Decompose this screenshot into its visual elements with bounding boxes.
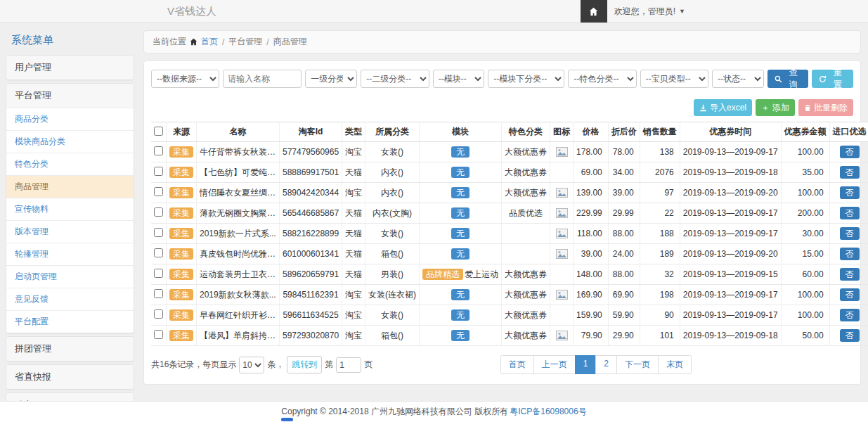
import-select-button[interactable]: 否: [840, 268, 860, 281]
filter-select-item-type[interactable]: --宝贝类型--: [640, 70, 708, 88]
product-name: 早春网红针织开衫女春...: [197, 305, 280, 326]
row-checkbox[interactable]: [154, 167, 163, 176]
filter-select-data-source[interactable]: --数据来源--: [151, 70, 219, 88]
sidebar-item-省直快报[interactable]: 省直快报: [6, 365, 134, 389]
row-checkbox[interactable]: [154, 289, 163, 298]
coupon-amount: 35.00: [781, 162, 829, 183]
product-type: 淘宝: [342, 183, 365, 203]
column-header-图标: 图标: [550, 122, 574, 142]
row-checkbox[interactable]: [154, 248, 163, 257]
home-icon[interactable]: [581, 0, 607, 23]
sidebar-subitem-平台配置[interactable]: 平台配置: [6, 310, 134, 333]
select-all-checkbox[interactable]: [154, 127, 163, 136]
scrollbar-thumb[interactable]: [281, 418, 293, 421]
import-select-button[interactable]: 否: [840, 186, 860, 199]
page-jump-input[interactable]: [336, 357, 361, 373]
content-panel: --数据来源--一级分类--二级分类----模块----模块下分类----特色分…: [143, 60, 861, 385]
batch-delete-button[interactable]: 批量删除: [798, 99, 853, 116]
row-checkbox[interactable]: [154, 146, 163, 155]
query-button[interactable]: 查询: [767, 70, 809, 88]
sidebar-subitem-模块商品分类[interactable]: 模块商品分类: [6, 130, 134, 153]
sidebar-item-用户管理[interactable]: 用户管理: [6, 56, 134, 79]
sidebar-subitem-商品管理[interactable]: 商品管理: [6, 175, 134, 198]
breadcrumb-item: 平台管理: [228, 36, 262, 48]
page-button-1[interactable]: 1: [575, 355, 597, 374]
import-select-button[interactable]: 否: [840, 309, 860, 321]
column-header-进口优选: 进口优选: [829, 122, 868, 142]
product-category: 箱包(): [365, 326, 420, 346]
module-none-badge: 无: [451, 248, 469, 260]
sidebar-subitem-版本管理[interactable]: 版本管理: [6, 220, 134, 243]
reset-button[interactable]: 重置: [812, 70, 853, 88]
filter-select-feature-category[interactable]: --特色分类--: [568, 70, 636, 88]
sidebar-subitem-轮播管理[interactable]: 轮播管理: [6, 243, 134, 265]
welcome-text: 欢迎您，管理员!: [614, 6, 675, 18]
plus-icon: ＋: [761, 102, 770, 114]
sidebar-item-拼团管理[interactable]: 拼团管理: [6, 337, 134, 361]
add-button[interactable]: ＋ 添加: [756, 99, 795, 116]
row-checkbox[interactable]: [154, 228, 163, 237]
page-button-末页[interactable]: 末页: [658, 355, 692, 374]
import-select-button[interactable]: 否: [840, 146, 860, 158]
filter-select-second-category[interactable]: --二级分类--: [361, 70, 429, 88]
table-header-row: 来源名称淘客Id类型所属分类模块特色分类图标价格折后价销售数量优惠券时间优惠券金…: [151, 122, 868, 142]
footer: Copyright © 2014-2018 广州九驰网络科技有限公司 版权所有 …: [0, 401, 868, 422]
taoke-id: 596611634525: [280, 305, 342, 326]
product-thumb-icon: [556, 208, 568, 218]
import-excel-button[interactable]: 导入excel: [694, 99, 752, 116]
import-select-button[interactable]: 否: [840, 207, 860, 219]
row-checkbox[interactable]: [154, 269, 163, 278]
coupon-time: 2019-09-13—2019-09-17: [680, 305, 781, 326]
user-menu[interactable]: 欢迎您，管理员! ▼: [607, 6, 692, 18]
row-checkbox[interactable]: [154, 187, 163, 196]
module-none-badge: 无: [451, 146, 469, 158]
page-button-上一页[interactable]: 上一页: [533, 355, 576, 374]
sidebar-subitem-商品分类[interactable]: 商品分类: [6, 108, 134, 130]
filter-select-status[interactable]: --状态--: [712, 70, 764, 88]
import-select-button[interactable]: 否: [840, 227, 860, 240]
product-category: 女装(): [365, 142, 420, 162]
sidebar-subitem-宣传物料[interactable]: 宣传物料: [6, 198, 134, 220]
sidebar-subitem-启动页管理[interactable]: 启动页管理: [6, 265, 134, 288]
coupon-time: 2019-09-13—2019-09-20: [680, 183, 781, 203]
import-select-button[interactable]: 否: [840, 329, 860, 342]
import-icon: [699, 104, 707, 112]
topbar-right: 欢迎您，管理员! ▼: [581, 0, 692, 23]
product-name: 【七色纺】可爱纯棉家...: [197, 162, 280, 183]
product-type: 淘宝: [342, 285, 365, 305]
import-select-button[interactable]: 否: [840, 248, 860, 260]
page-button-首页[interactable]: 首页: [500, 355, 534, 374]
filter-select-module[interactable]: --模块--: [433, 70, 485, 88]
product-thumb-icon: [556, 290, 568, 300]
main-layout: 系统菜单 用户管理平台管理商品分类模块商品分类特色分类商品管理宣传物料版本管理轮…: [0, 23, 868, 401]
sidebar-subitem-意见反馈[interactable]: 意见反馈: [6, 288, 134, 310]
row-checkbox[interactable]: [154, 330, 163, 339]
icp-link[interactable]: 粤ICP备16098006号: [510, 406, 586, 418]
sidebar-item-平台管理[interactable]: 平台管理: [6, 84, 134, 108]
module-cell: 无: [420, 285, 502, 305]
page-button-下一页[interactable]: 下一页: [616, 355, 659, 374]
sidebar-subitem-特色分类[interactable]: 特色分类: [6, 153, 134, 175]
column-header-类型: 类型: [342, 122, 365, 142]
coupon-amount: 30.00: [781, 224, 829, 244]
copyright-text: Copyright © 2014-2018 广州九驰网络科技有限公司 版权所有: [281, 406, 508, 418]
sidebar-item-消息管理[interactable]: 消息管理: [6, 393, 134, 401]
page-button-2[interactable]: 2: [595, 355, 617, 374]
row-checkbox[interactable]: [154, 309, 163, 319]
module-none-badge: 无: [451, 228, 469, 239]
import-select-button[interactable]: 否: [840, 288, 860, 301]
import-select-button[interactable]: 否: [840, 166, 860, 179]
discount-price: 34.00: [608, 162, 640, 183]
product-thumb-icon: [556, 331, 568, 340]
filter-input-name[interactable]: [223, 70, 302, 88]
source-badge: 采集: [169, 269, 193, 280]
per-page-select[interactable]: 10: [239, 357, 264, 373]
filter-select-first-category[interactable]: 一级分类: [305, 70, 357, 88]
filter-select-module-subcategory[interactable]: --模块下分类--: [488, 70, 564, 88]
row-checkbox[interactable]: [154, 207, 163, 217]
breadcrumb-home-link[interactable]: 首页: [201, 36, 218, 48]
product-thumb-icon: [556, 188, 568, 198]
coupon-amount: 100.00: [781, 305, 829, 326]
module-none-badge: 无: [451, 207, 469, 219]
jump-button[interactable]: 跳转到: [287, 356, 322, 373]
